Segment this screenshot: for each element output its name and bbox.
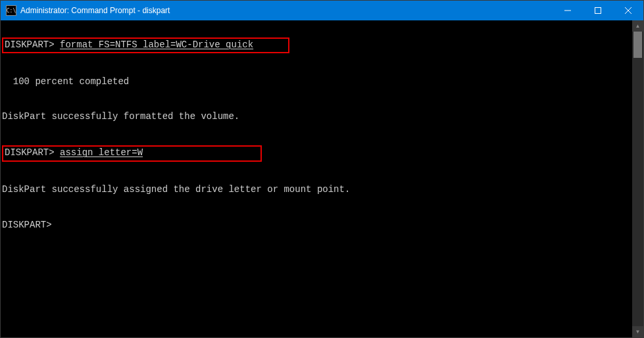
svg-rect-1: [595, 8, 601, 14]
maximize-button[interactable]: [583, 1, 613, 20]
scroll-down-button[interactable]: ▼: [632, 326, 643, 337]
close-button[interactable]: [613, 1, 643, 20]
terminal-output[interactable]: DISKPART> format FS=NTFS label=WC-Drive …: [1, 20, 632, 337]
command-text: assign letter=W: [60, 147, 143, 158]
output-text: DiskPart successfully assigned the drive…: [2, 183, 630, 197]
scroll-up-button[interactable]: ▲: [632, 20, 643, 32]
titlebar[interactable]: C:\ Administrator: Command Prompt - disk…: [1, 1, 643, 20]
window-controls: [553, 1, 643, 20]
command-prompt-window: C:\ Administrator: Command Prompt - disk…: [0, 0, 644, 338]
content-area: DISKPART> format FS=NTFS label=WC-Drive …: [1, 20, 643, 337]
scrollbar-thumb[interactable]: [633, 32, 642, 58]
vertical-scrollbar[interactable]: ▲ ▼: [632, 20, 643, 337]
close-icon: [625, 7, 632, 14]
scrollbar-track[interactable]: [632, 32, 643, 326]
minimize-icon: [564, 7, 571, 14]
minimize-button[interactable]: [553, 1, 583, 20]
window-title: Administrator: Command Prompt - diskpart: [20, 6, 553, 15]
maximize-icon: [595, 7, 601, 14]
prompt: DISKPART>: [2, 220, 52, 230]
prompt: DISKPART>: [5, 147, 55, 158]
output-text: 100 percent completed: [2, 76, 630, 89]
command-text: format FS=NTFS label=WC-Drive quick: [60, 39, 253, 50]
output-text: DiskPart successfully formatted the volu…: [2, 110, 630, 124]
prompt: DISKPART>: [5, 39, 55, 50]
cmd-icon: C:\: [6, 5, 16, 16]
